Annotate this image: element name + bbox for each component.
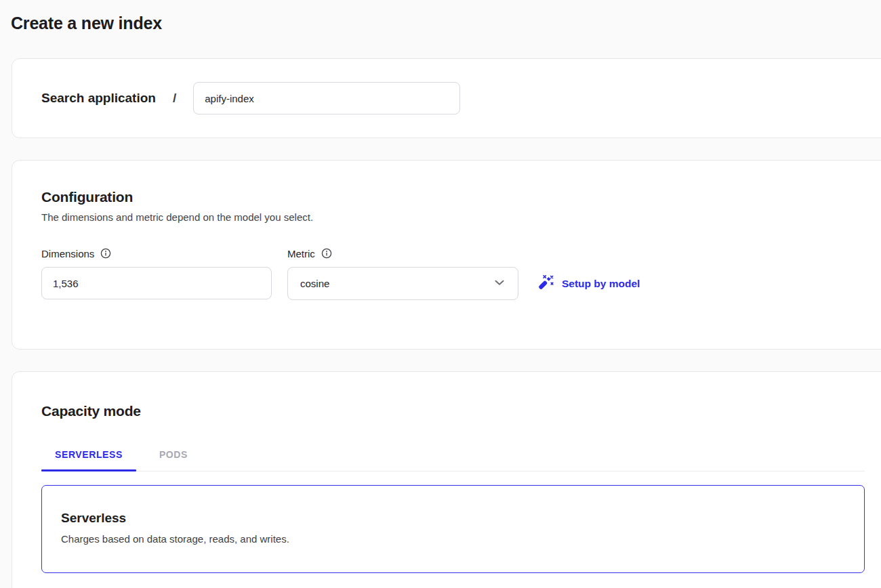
chevron-down-icon <box>492 275 507 293</box>
dimensions-input[interactable] <box>41 267 272 299</box>
tab-serverless[interactable]: SERVERLESS <box>41 442 136 471</box>
setup-by-model-link[interactable]: Setup by model <box>537 274 640 294</box>
setup-by-model-label: Setup by model <box>562 278 640 290</box>
capacity-mode-card: Capacity mode SERVERLESS PODS Serverless… <box>12 371 881 588</box>
configuration-fields-row: Dimensions Metric <box>41 247 863 300</box>
configuration-title: Configuration <box>41 188 863 207</box>
capacity-tabbar: SERVERLESS PODS <box>41 442 865 471</box>
index-name-label: Search application <box>41 91 156 106</box>
serverless-option-title: Serverless <box>61 510 845 526</box>
metric-select[interactable]: cosine <box>287 267 518 300</box>
info-icon[interactable] <box>321 248 332 259</box>
dimensions-label-row: Dimensions <box>41 247 272 261</box>
info-icon[interactable] <box>100 248 111 259</box>
capacity-mode-title: Capacity mode <box>41 402 865 421</box>
metric-select-value: cosine <box>300 278 329 289</box>
metric-field-group: Metric cosine <box>287 247 518 300</box>
index-name-card: Search application / <box>12 58 881 138</box>
serverless-option-description: Charges based on data storage, reads, an… <box>61 532 845 546</box>
create-index-page: Create a new index Search application / … <box>0 12 881 588</box>
configuration-subtitle: The dimensions and metric depend on the … <box>41 211 863 224</box>
metric-label: Metric <box>287 247 315 261</box>
index-name-input[interactable] <box>193 82 460 114</box>
serverless-option-card[interactable]: Serverless Charges based on data storage… <box>41 485 865 573</box>
configuration-card: Configuration The dimensions and metric … <box>12 160 881 350</box>
dimensions-label: Dimensions <box>41 247 94 261</box>
tab-pods[interactable]: PODS <box>146 442 201 471</box>
metric-label-row: Metric <box>287 247 518 261</box>
name-separator: / <box>173 91 176 106</box>
page-title: Create a new index <box>11 12 870 34</box>
magic-wand-icon <box>537 274 554 294</box>
dimensions-field-group: Dimensions <box>41 247 272 299</box>
